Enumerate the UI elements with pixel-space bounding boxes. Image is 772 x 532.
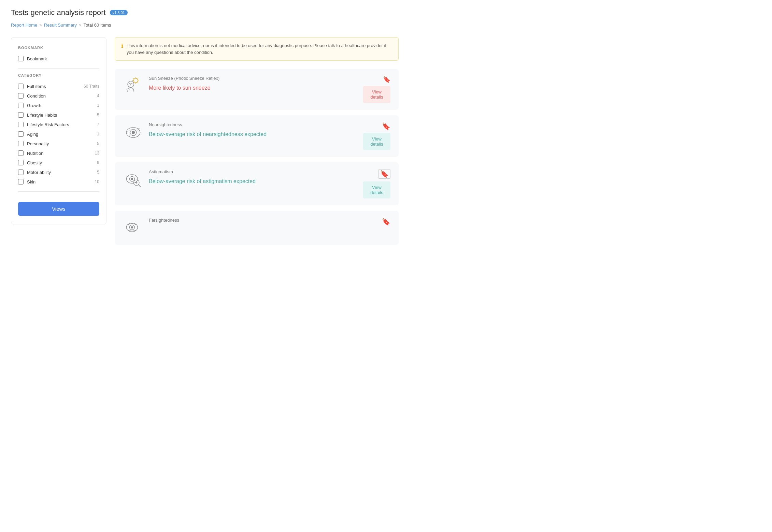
category-section-title: CATEGORY: [18, 73, 99, 77]
sun-sneeze-title: Sun Sneeze (Photic Sneeze Reflex): [149, 76, 219, 81]
category-count-1: 4: [97, 93, 99, 98]
category-checkbox-10[interactable]: [18, 179, 24, 184]
category-count-0: 60 Traits: [84, 84, 99, 89]
nearsightedness-bookmark[interactable]: 🔖: [382, 122, 390, 130]
svg-point-12: [131, 131, 134, 134]
category-count-8: 9: [97, 160, 99, 165]
sun-sneeze-result: More likely to sun sneeze: [149, 85, 219, 91]
farsightedness-bookmark[interactable]: 🔖: [382, 218, 390, 226]
category-label-2: Growth: [27, 103, 94, 108]
version-badge: v1.3.01: [110, 10, 128, 15]
astigmatism-result: Below-average risk of astigmatism expect…: [149, 178, 256, 184]
category-checkbox-8[interactable]: [18, 160, 24, 165]
category-label-8: Obesity: [27, 160, 94, 165]
breadcrumb: Report Home > Result Summary > Total 60 …: [11, 23, 399, 28]
nearsightedness-title: Nearsightedness: [149, 122, 267, 127]
category-checkbox-7[interactable]: [18, 150, 24, 156]
sun-sneeze-view-details[interactable]: Viewdetails: [363, 86, 390, 103]
bookmark-item[interactable]: Bookmark: [18, 54, 99, 63]
breadcrumb-summary[interactable]: Result Summary: [44, 23, 77, 28]
bookmark-label: Bookmark: [27, 56, 99, 61]
svg-line-5: [133, 78, 133, 78]
category-count-9: 5: [97, 170, 99, 175]
sun-sneeze-icon: [123, 76, 143, 96]
farsightedness-icon: [123, 218, 143, 238]
category-checkbox-9[interactable]: [18, 169, 24, 175]
category-condition[interactable]: Condition 4: [18, 91, 99, 101]
svg-line-8: [138, 78, 138, 78]
svg-point-0: [133, 78, 138, 83]
result-card-sun-sneeze: Sun Sneeze (Photic Sneeze Reflex) More l…: [115, 69, 399, 110]
svg-line-6: [138, 82, 138, 83]
sun-sneeze-bookmark[interactable]: 🔖: [383, 76, 390, 83]
disclaimer-box: ℹ This information is not medical advice…: [115, 37, 399, 61]
farsightedness-title: Farsightedness: [149, 218, 179, 223]
result-card-farsightedness: Farsightedness 🔖: [115, 211, 399, 245]
category-checkbox-3[interactable]: [18, 112, 24, 118]
category-count-6: 5: [97, 141, 99, 146]
category-growth[interactable]: Growth 1: [18, 101, 99, 110]
category-count-7: 13: [95, 151, 99, 156]
category-checkbox-6[interactable]: [18, 141, 24, 146]
astigmatism-bookmark[interactable]: 🔖: [378, 169, 390, 179]
nearsightedness-view-details[interactable]: Viewdetails: [363, 133, 390, 150]
svg-point-9: [128, 81, 134, 87]
category-checkbox-4[interactable]: [18, 122, 24, 127]
category-label-4: Lifestyle Risk Factors: [27, 122, 94, 127]
page-title: Tests genetic analysis report: [11, 8, 106, 17]
category-checkbox-1[interactable]: [18, 93, 24, 99]
category-lifestyle-risk[interactable]: Lifestyle Risk Factors 7: [18, 120, 99, 129]
sidebar: BOOKMARK Bookmark CATEGORY Full items 60…: [11, 37, 106, 224]
sidebar-divider-2: [18, 191, 99, 192]
category-lifestyle-habits[interactable]: Lifestyle Habits 5: [18, 110, 99, 120]
breadcrumb-home[interactable]: Report Home: [11, 23, 37, 28]
category-checkbox-0[interactable]: [18, 84, 24, 89]
astigmatism-view-details[interactable]: Viewdetails: [363, 181, 390, 198]
category-personality[interactable]: Personality 5: [18, 139, 99, 148]
result-card-nearsightedness: Nearsightedness Below-average risk of ne…: [115, 115, 399, 157]
sidebar-divider-1: [18, 68, 99, 69]
category-label-9: Motor ability: [27, 170, 94, 175]
category-count-4: 7: [97, 122, 99, 127]
category-count-10: 10: [95, 179, 99, 184]
breadcrumb-current: Total 60 Items: [84, 23, 111, 28]
category-aging[interactable]: Aging 1: [18, 129, 99, 139]
category-label-6: Personality: [27, 141, 94, 146]
category-obesity[interactable]: Obesity 9: [18, 158, 99, 167]
svg-point-16: [131, 178, 133, 180]
category-count-2: 1: [97, 103, 99, 108]
bookmark-checkbox[interactable]: [18, 56, 24, 61]
category-full-items[interactable]: Full items 60 Traits: [18, 82, 99, 91]
category-nutrition[interactable]: Nutrition 13: [18, 148, 99, 158]
bookmark-section-title: BOOKMARK: [18, 46, 99, 50]
astigmatism-icon: [123, 169, 143, 190]
category-label-5: Aging: [27, 132, 94, 137]
category-label-0: Full items: [27, 84, 80, 89]
category-count-3: 5: [97, 113, 99, 117]
nearsightedness-icon: [123, 122, 143, 143]
category-motor-ability[interactable]: Motor ability 5: [18, 167, 99, 177]
breadcrumb-sep-1: >: [39, 23, 42, 28]
category-count-5: 1: [97, 132, 99, 136]
main-content: ℹ This information is not medical advice…: [115, 37, 399, 250]
svg-point-23: [131, 226, 133, 228]
category-label-10: Skin: [27, 179, 91, 184]
result-card-astigmatism: Astigmatism Below-average risk of astigm…: [115, 162, 399, 205]
svg-line-18: [138, 184, 140, 187]
category-label-1: Condition: [27, 93, 94, 99]
breadcrumb-sep-2: >: [79, 23, 82, 28]
category-checkbox-5[interactable]: [18, 131, 24, 137]
disclaimer-text: This information is not medical advice, …: [127, 42, 392, 56]
category-label-7: Nutrition: [27, 151, 91, 156]
nearsightedness-result: Below-average risk of nearsightedness ex…: [149, 131, 267, 137]
category-skin[interactable]: Skin 10: [18, 177, 99, 187]
category-checkbox-2[interactable]: [18, 103, 24, 108]
category-label-3: Lifestyle Habits: [27, 113, 94, 118]
astigmatism-title: Astigmatism: [149, 169, 256, 174]
info-icon: ℹ: [121, 43, 123, 49]
views-button[interactable]: Views: [18, 202, 99, 216]
